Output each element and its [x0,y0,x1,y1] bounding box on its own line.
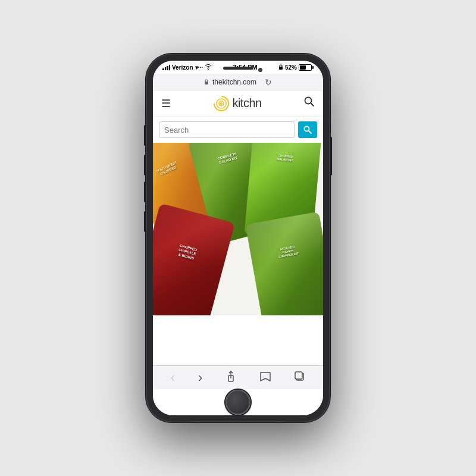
bag-avocado: AVOCADORANCHCHOPPED KIT [245,212,323,315]
search-input[interactable] [159,121,295,138]
speaker-notch [223,67,253,70]
battery-indicator [299,64,314,71]
search-bar-area [153,117,323,143]
wifi-symbol [205,64,212,70]
back-button[interactable]: ‹ [166,368,180,388]
phone-frame: Verizon ▾∙∙∙ 7:54 PM 52% [146,54,330,422]
tabs-icon [295,371,305,382]
phone-screen: Verizon ▾∙∙∙ 7:54 PM 52% [153,61,323,415]
tabs-button[interactable] [290,369,310,387]
share-icon [226,371,236,383]
status-right: 52% [278,64,314,71]
hamburger-menu[interactable]: ☰ [161,97,171,110]
refresh-button[interactable]: ↻ [265,77,272,87]
signal-bars [162,64,170,70]
svg-rect-14 [295,372,302,379]
battery-percentage: 52% [285,64,297,71]
lock-icon [278,64,283,70]
bookmarks-button[interactable] [255,369,276,387]
header-search-icon[interactable] [304,96,315,110]
lock-icon-browser [204,79,209,85]
svg-point-7 [305,98,312,104]
svg-rect-1 [279,67,283,70]
svg-point-0 [208,69,209,70]
home-area [153,389,323,415]
forward-button[interactable]: › [193,368,207,388]
status-left: Verizon ▾∙∙∙ [162,64,212,71]
home-button[interactable] [226,390,250,415]
search-submit-button[interactable] [298,121,317,138]
camera-notch [258,68,262,72]
svg-line-10 [309,131,312,134]
wifi-icon: ▾∙∙∙ [195,64,203,71]
site-logo-text: kitchn [232,96,261,110]
svg-point-6 [220,102,223,105]
website-content: ☰ kitchn [153,90,323,365]
salad-scene: SOUTHWESTCHOPPED COMPLETESALAD KIT CHOPP… [153,143,323,315]
browser-toolbar: ‹ › [153,365,323,389]
search-btn-icon [303,126,312,134]
carrier-label: Verizon [172,64,193,71]
hero-image: SOUTHWESTCHOPPED COMPLETESALAD KIT CHOPP… [153,143,323,315]
site-logo[interactable]: kitchn [213,95,261,112]
kitchn-logo-icon [213,95,230,112]
bookmarks-icon [259,371,271,382]
svg-rect-2 [205,82,208,84]
url-display[interactable]: thekitchn.com [212,78,256,86]
site-header: ☰ kitchn [153,90,323,117]
svg-line-8 [311,104,314,107]
share-button[interactable] [221,368,241,387]
bag-chipotle: CHOPPEDCHIPOTLE& BEANS [153,203,235,315]
browser-address-bar[interactable]: thekitchn.com ↻ [153,74,323,90]
